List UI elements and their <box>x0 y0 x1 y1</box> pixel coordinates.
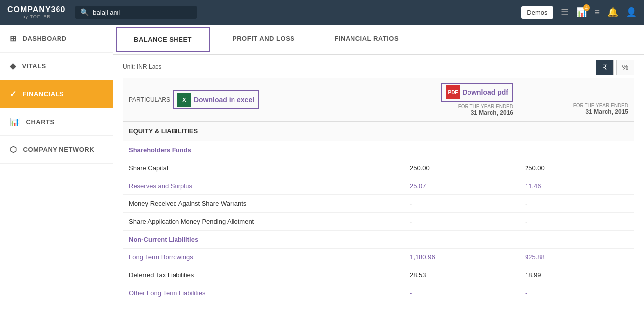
sub-header-label: Shareholders Funds <box>123 141 634 159</box>
row-val1: 250.00 <box>404 159 519 177</box>
particulars-header: PARTICULARS X Download in excel <box>123 78 404 122</box>
sidebar-item-vitals[interactable]: ◆ VITALS <box>0 53 113 80</box>
download-excel-button[interactable]: X Download in excel <box>173 90 259 109</box>
notification-badge: 4 <box>583 4 590 11</box>
row-val2: - <box>519 213 634 231</box>
section-header-row: EQUITY & LIABILITIES <box>123 122 634 141</box>
sidebar-item-label: DASHBOARD <box>23 35 67 42</box>
currency-toggles: ₹ % <box>596 60 634 75</box>
pdf-icon: PDF <box>446 85 460 99</box>
nav-icons: Demos ☰ 📊 4 ≡ 🔔 👤 <box>521 6 637 19</box>
year2-for-year: FOR THE YEAR ENDED <box>525 103 628 108</box>
search-icon: 🔍 <box>80 8 89 16</box>
year2-header: PDF FOR THE YEAR ENDED 31 March, 2015 <box>519 78 634 122</box>
excel-icon: X <box>177 93 191 107</box>
sidebar-item-charts[interactable]: 📊 CHARTS <box>0 108 113 136</box>
vitals-icon: ◆ <box>10 62 16 71</box>
table-row: Money Received Against Share Warrants - … <box>123 195 634 213</box>
row-label: Share Application Money Pending Allotmen… <box>123 213 404 231</box>
year1-header: PDF Download pdf FOR THE YEAR ENDED 31 M… <box>404 78 519 122</box>
table-row: Deferred Tax Liabilities 28.53 18.99 <box>123 266 634 284</box>
row-val2: 11.46 <box>519 177 634 195</box>
row-label[interactable]: Long Term Borrowings <box>123 249 404 266</box>
row-val2: 925.88 <box>519 249 634 266</box>
year1-for-year: FOR THE YEAR ENDED <box>410 104 513 109</box>
download-pdf-button[interactable]: PDF Download pdf <box>441 83 513 102</box>
row-val2: 250.00 <box>519 159 634 177</box>
bell-icon[interactable]: 🔔 <box>607 7 618 18</box>
balance-sheet-content: Unit: INR Lacs ₹ % PARTICULARS X <box>113 55 644 307</box>
network-icon: ⬡ <box>10 145 17 154</box>
dashboard-icon: ⊞ <box>10 34 17 43</box>
table-row: Share Application Money Pending Allotmen… <box>123 213 634 231</box>
search-input[interactable] <box>93 9 192 16</box>
row-label: Share Capital <box>123 159 404 177</box>
sidebar-item-company-network[interactable]: ⬡ COMPANY NETWORK <box>0 136 113 164</box>
row-label: Deferred Tax Liabilities <box>123 266 404 284</box>
unit-label: Unit: INR Lacs <box>123 63 161 70</box>
row-val1: 25.07 <box>404 177 519 195</box>
row-label[interactable]: Other Long Term Liabilities <box>123 284 404 302</box>
sidebar-item-label: FINANCIALS <box>23 90 64 98</box>
download-pdf-label: Download pdf <box>462 88 508 96</box>
sub-header-row: Shareholders Funds <box>123 141 634 159</box>
row-val1: - <box>404 195 519 213</box>
download-excel-label: Download in excel <box>194 96 254 104</box>
sidebar: ⊞ DASHBOARD ◆ VITALS ✓ FINANCIALS 📊 CHAR… <box>0 25 113 316</box>
demos-button[interactable]: Demos <box>521 6 553 19</box>
row-label: Money Received Against Share Warrants <box>123 195 404 213</box>
tab-bar: BALANCE SHEET PROFIT AND LOSS FINANCIAL … <box>113 25 644 55</box>
sidebar-item-label: COMPANY NETWORK <box>23 146 95 153</box>
row-val1: 28.53 <box>404 266 519 284</box>
menu-icon[interactable]: ≡ <box>594 7 600 18</box>
table-row: Share Capital 250.00 250.00 <box>123 159 634 177</box>
year1-value: 31 March, 2016 <box>410 109 513 116</box>
top-navigation: COMPANY360 by TOFLER 🔍 Demos ☰ 📊 4 ≡ 🔔 👤 <box>0 0 644 25</box>
logo-main: COMPANY360 <box>7 5 65 14</box>
tab-balance-sheet[interactable]: BALANCE SHEET <box>116 27 210 52</box>
charts-icon: 📊 <box>10 117 20 126</box>
sidebar-item-label: CHARTS <box>26 118 55 126</box>
sub-header-label: Non-Current Liabilities <box>123 231 634 249</box>
section-header-label: EQUITY & LIABILITIES <box>123 122 634 141</box>
sidebar-item-financials[interactable]: ✓ FINANCIALS <box>0 80 113 108</box>
row-val2: 18.99 <box>519 266 634 284</box>
table-row: Long Term Borrowings 1,180.96 925.88 <box>123 249 634 266</box>
sidebar-item-label: VITALS <box>22 63 46 70</box>
row-val1: - <box>404 284 519 302</box>
filter-icon[interactable]: ☰ <box>561 7 569 18</box>
tab-profit-loss[interactable]: PROFIT AND LOSS <box>213 25 314 54</box>
row-val2: - <box>519 284 634 302</box>
table-row: Other Long Term Liabilities - - <box>123 284 634 302</box>
financials-icon: ✓ <box>10 89 17 99</box>
tab-financial-ratios[interactable]: FINANCIAL RATIOS <box>314 25 418 54</box>
logo-sub: by TOFLER <box>23 14 51 19</box>
row-label[interactable]: Reserves and Surplus <box>123 177 404 195</box>
year2-value: 31 March, 2015 <box>525 108 628 115</box>
sub-header-row: Non-Current Liabilities <box>123 231 634 249</box>
inr-toggle[interactable]: ₹ <box>596 60 614 75</box>
sidebar-item-dashboard[interactable]: ⊞ DASHBOARD <box>0 25 113 53</box>
row-val2: - <box>519 195 634 213</box>
table-row: Reserves and Surplus 25.07 11.46 <box>123 177 634 195</box>
table-header-row: PARTICULARS X Download in excel PDF Down… <box>123 78 634 122</box>
chart-icon[interactable]: 📊 4 <box>576 7 587 18</box>
row-val1: 1,180.96 <box>404 249 519 266</box>
search-box[interactable]: 🔍 <box>75 6 197 19</box>
percent-toggle[interactable]: % <box>616 60 634 75</box>
user-icon[interactable]: 👤 <box>626 7 637 18</box>
main-content: BALANCE SHEET PROFIT AND LOSS FINANCIAL … <box>113 25 644 316</box>
row-val1: - <box>404 213 519 231</box>
logo: COMPANY360 by TOFLER <box>7 5 65 19</box>
balance-sheet-table: PARTICULARS X Download in excel PDF Down… <box>123 78 634 302</box>
